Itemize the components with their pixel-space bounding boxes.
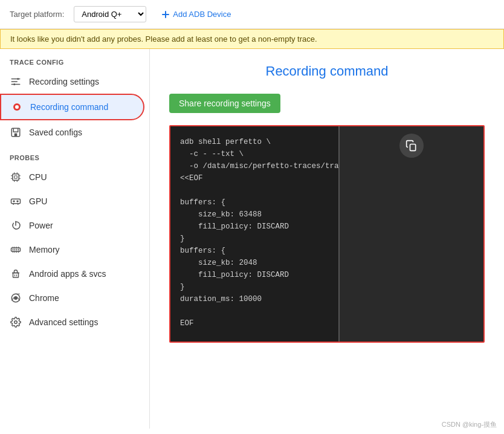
sliders-icon <box>10 76 22 88</box>
save-icon <box>10 126 22 138</box>
sidebar-item-gpu[interactable]: GPU <box>0 189 144 213</box>
gear-icon <box>10 316 22 328</box>
svg-point-20 <box>15 321 18 324</box>
sidebar-label-android-apps: Android apps & svcs <box>29 269 106 279</box>
code-container: adb shell perfetto \ -c - --txt \ -o /da… <box>169 125 485 343</box>
sidebar-label-saved-configs: Saved configs <box>29 128 82 137</box>
main-layout: Trace config Recording settings Recordin… <box>0 49 504 429</box>
platform-select[interactable]: Android Q+ Android P Linux Chrome OS <box>74 6 146 22</box>
svg-point-1 <box>13 83 15 85</box>
clipboard-icon <box>405 140 418 152</box>
trace-config-section: Trace config <box>0 49 149 70</box>
platform-label: Target platform: <box>10 10 64 19</box>
svg-rect-6 <box>13 174 19 181</box>
gpu-icon <box>10 195 22 207</box>
sidebar-label-gpu: GPU <box>29 196 47 206</box>
content-area: Recording command Share recording settin… <box>150 49 504 429</box>
svg-rect-15 <box>18 249 19 251</box>
watermark: CSDN @king-摸鱼 <box>442 420 497 429</box>
svg-rect-8 <box>11 199 21 204</box>
code-content: adb shell perfetto \ -c - --txt \ -o /da… <box>180 136 329 329</box>
svg-point-3 <box>15 105 19 109</box>
svg-point-16 <box>14 273 15 274</box>
sidebar-item-chrome[interactable]: Chrome <box>0 286 144 310</box>
svg-rect-12 <box>13 249 14 251</box>
sidebar-item-memory[interactable]: Memory <box>0 238 144 262</box>
top-bar: Target platform: Android Q+ Android P Li… <box>0 0 504 29</box>
sidebar-item-android-apps[interactable]: Android apps & svcs <box>0 262 144 286</box>
code-panel[interactable]: adb shell perfetto \ -c - --txt \ -o /da… <box>170 126 338 342</box>
sidebar-label-advanced-settings: Advanced settings <box>29 317 98 327</box>
svg-rect-5 <box>15 134 18 137</box>
svg-rect-14 <box>16 249 18 251</box>
warning-banner: It looks like you didn't add any probes.… <box>0 29 504 49</box>
memory-icon <box>10 244 22 256</box>
share-recording-settings-button[interactable]: Share recording settings <box>169 94 280 113</box>
sidebar-item-recording-settings[interactable]: Recording settings <box>0 70 144 94</box>
svg-point-17 <box>17 273 18 274</box>
android-icon <box>10 268 22 280</box>
code-side-panel <box>338 126 483 342</box>
svg-rect-10 <box>17 201 19 202</box>
svg-rect-7 <box>15 176 18 179</box>
sidebar-item-cpu[interactable]: CPU <box>0 165 144 189</box>
sidebar-label-cpu: CPU <box>29 172 47 182</box>
svg-rect-13 <box>15 249 16 251</box>
page-title: Recording command <box>169 63 485 79</box>
cpu-icon <box>10 171 22 183</box>
sidebar-label-recording-settings: Recording settings <box>29 77 99 86</box>
sidebar-item-recording-command[interactable]: Recording command <box>0 94 144 120</box>
sidebar-label-memory: Memory <box>29 245 60 254</box>
sidebar-label-recording-command: Recording command <box>30 102 108 112</box>
add-adb-button[interactable]: Add ADB Device <box>156 7 236 22</box>
sidebar: Trace config Recording settings Recordin… <box>0 49 150 429</box>
probes-section: Probes <box>0 144 149 165</box>
sidebar-item-saved-configs[interactable]: Saved configs <box>0 120 144 144</box>
copy-button[interactable] <box>399 134 424 158</box>
svg-rect-9 <box>13 201 15 202</box>
svg-rect-21 <box>410 144 416 151</box>
sidebar-item-advanced-settings[interactable]: Advanced settings <box>0 310 144 334</box>
sidebar-label-chrome: Chrome <box>29 293 59 303</box>
sidebar-item-power[interactable]: Power <box>0 213 144 238</box>
plus-icon <box>161 10 170 19</box>
record-icon <box>11 101 23 113</box>
sidebar-label-power: Power <box>29 221 53 230</box>
power-icon <box>10 219 22 232</box>
svg-point-0 <box>17 78 19 80</box>
svg-point-19 <box>14 296 18 300</box>
chrome-icon <box>10 292 22 304</box>
